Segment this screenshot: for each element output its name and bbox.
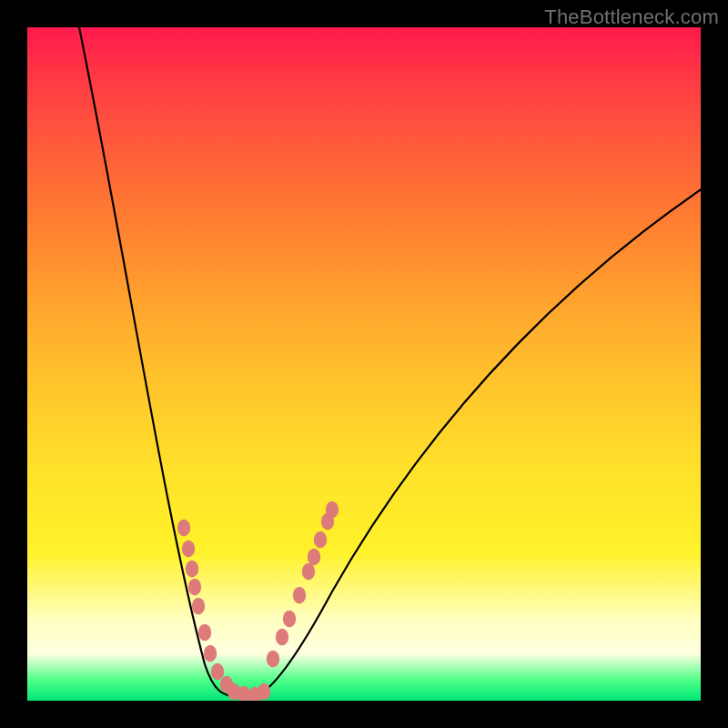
data-marker — [188, 579, 201, 595]
data-marker — [283, 611, 296, 627]
marker-group-left — [177, 520, 224, 680]
watermark-text: TheBottleneck.com — [544, 5, 719, 29]
data-marker — [276, 629, 288, 645]
chart-svg — [27, 27, 701, 701]
data-marker — [186, 561, 198, 577]
data-marker — [198, 624, 211, 641]
data-marker — [258, 683, 270, 700]
data-marker — [177, 520, 190, 536]
chart-frame: TheBottleneck.com — [0, 0, 728, 728]
data-marker — [267, 651, 279, 667]
curve-left — [77, 27, 237, 696]
data-marker — [308, 549, 320, 565]
data-marker — [321, 513, 334, 530]
curve-right — [255, 187, 701, 696]
data-marker — [211, 663, 224, 680]
data-marker — [204, 645, 217, 662]
data-marker — [314, 531, 327, 548]
chart-plot-area — [27, 27, 701, 701]
marker-group-bottom — [220, 676, 270, 701]
data-marker — [182, 541, 195, 557]
data-marker — [293, 587, 306, 603]
data-marker — [302, 563, 315, 580]
data-marker — [192, 598, 205, 614]
